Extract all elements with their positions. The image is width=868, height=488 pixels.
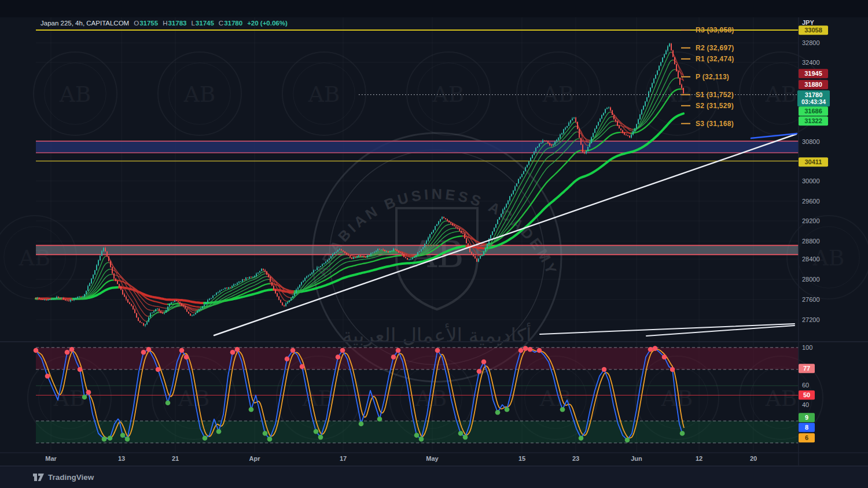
time-tick-label: Mar (45, 455, 57, 462)
oscillator-tick-label: 60 (802, 382, 809, 389)
oscillator-axis-badge: 8 (799, 423, 815, 432)
close-value: 31780 (224, 20, 242, 27)
pivot-level-label: S2 (31,529) (696, 102, 734, 110)
svg-text:أكاديمية الأعمال العربية: أكاديمية الأعمال العربية (342, 323, 531, 347)
close-label: C (219, 20, 223, 27)
price-tick-label: 27600 (802, 296, 820, 303)
price-tick-label: 28000 (802, 276, 820, 283)
price-tick-label: 28400 (802, 256, 820, 263)
pivot-level-label: S3 (31,168) (696, 120, 734, 128)
price-axis-badge: 31880 (799, 80, 828, 89)
price-tick-label: 32800 (802, 39, 820, 46)
oscillator-axis-badge: 6 (799, 433, 815, 442)
high-value: 31783 (168, 20, 186, 27)
watermark-medallion: AB (517, 52, 600, 135)
open-label: O (134, 20, 139, 27)
time-tick-label: Jun (631, 455, 642, 462)
price-tick-label: 28800 (802, 238, 820, 245)
price-tick-label: 32400 (802, 59, 820, 66)
price-axis-badge: 30411 (799, 157, 828, 167)
watermark-medallion: AB (34, 52, 117, 135)
watermark-medallion: AB (407, 52, 490, 135)
time-tick-label: 12 (696, 455, 703, 462)
price-tick-label: 30000 (802, 178, 820, 184)
oscillator-axis-badge: 77 (799, 364, 815, 373)
svg-text:AB: AB (765, 386, 797, 411)
oscillator-axis-badge: 50 (799, 390, 815, 400)
time-tick-label: May (426, 455, 438, 462)
countdown-timer: 03:43:34 (797, 98, 830, 105)
low-label: L (191, 20, 194, 27)
time-tick-label: 21 (172, 455, 179, 462)
price-tick-label: 27200 (802, 316, 820, 323)
price-tick-label: 30800 (802, 138, 820, 145)
time-tick-label: Apr (249, 455, 260, 462)
chart-canvas[interactable]: ABABABABABABABABABABABABABABABABARABIAN … (0, 0, 868, 488)
pivot-level-label: S1 (31,752) (696, 91, 734, 99)
time-tick-label: 13 (118, 455, 125, 462)
tradingview-logo[interactable]: TradingView (33, 472, 94, 482)
price-axis-badge: 3178003:43:34 (797, 90, 830, 106)
svg-text:AB: AB (308, 82, 340, 107)
svg-text:AB: AB (183, 82, 216, 107)
watermark-medallion: AB (158, 52, 241, 135)
tradingview-wordmark: TradingView (48, 473, 94, 482)
pivot-level-label: R1 (32,474) (696, 55, 734, 63)
pivot-level-label: P (32,113) (696, 73, 729, 81)
time-tick-label: 23 (572, 455, 579, 462)
watermark-medallion: AB (282, 52, 366, 135)
price-axis-badge: 31322 (799, 116, 828, 125)
svg-text:AB: AB (539, 386, 572, 411)
time-tick-label: 15 (518, 455, 525, 462)
pivot-level-label: R3 (33,058) (696, 26, 734, 34)
symbol-info-bar[interactable]: Japan 225, 4h, CAPITALCOM O 31755 H 3178… (41, 20, 288, 27)
oscillator-axis-badge: 9 (799, 413, 815, 422)
tradingview-chart-window: ABABABABABABABABABABABABABABABABARABIAN … (0, 0, 868, 488)
price-tick-label: 29200 (802, 217, 820, 224)
time-tick-label: 17 (340, 455, 347, 462)
time-tick-label: 20 (750, 455, 757, 462)
watermark-medallion: AB (0, 216, 76, 299)
price-tick-label: 29600 (802, 198, 820, 205)
change-value: +20 (+0.06%) (247, 20, 288, 27)
tradingview-icon (33, 472, 44, 482)
low-value: 31745 (196, 20, 214, 27)
oscillator-tick-label: 40 (802, 401, 809, 408)
oscillator-tick-label: 100 (802, 344, 812, 351)
time-axis[interactable] (36, 453, 799, 466)
open-value: 31755 (139, 20, 158, 27)
price-axis-badge: 31686 (799, 106, 828, 116)
svg-text:AB: AB (59, 82, 91, 107)
price-axis-badge: 31945 (799, 69, 828, 78)
pivot-level-label: R2 (32,697) (696, 44, 734, 52)
symbol-title: Japan 225, 4h, CAPITALCOM (41, 20, 129, 27)
price-axis-badge: 33058 (799, 25, 828, 35)
high-label: H (163, 20, 167, 27)
